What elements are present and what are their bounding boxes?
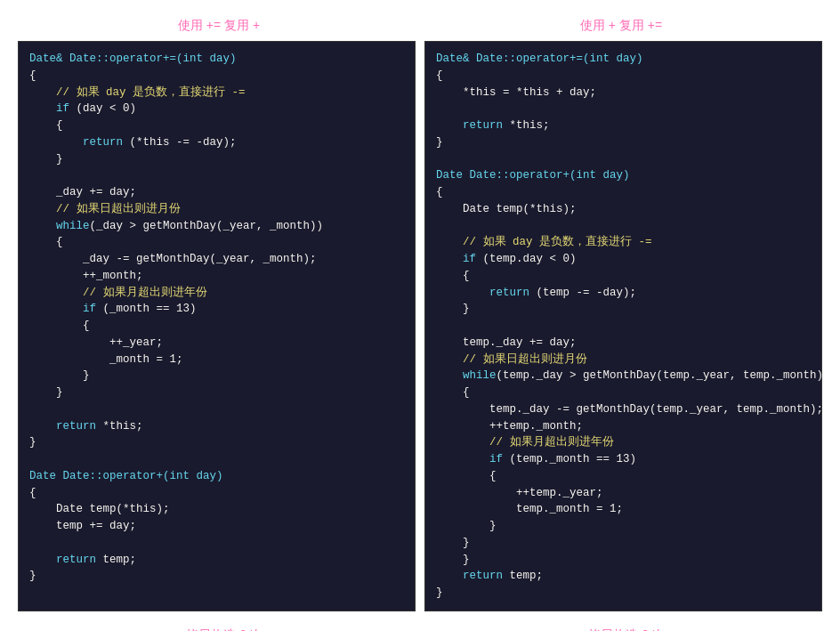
left-line-29: temp += day;: [29, 518, 404, 535]
right-line-6: }: [436, 134, 811, 151]
right-line-15: return (temp -= -day);: [436, 285, 811, 302]
left-line-19: _month = 1;: [29, 352, 404, 368]
right-line-5: return *this;: [436, 117, 811, 134]
right-line-25: if (temp._month == 13): [436, 451, 811, 468]
left-line-23: return *this;: [29, 418, 404, 435]
left-line-31: return temp;: [29, 552, 404, 569]
right-line-11: [436, 218, 811, 235]
right-line-33: }: [436, 585, 811, 602]
left-line-32: }: [29, 568, 404, 585]
right-code-panel: Date& Date::operator+=(int day) { *this …: [424, 41, 822, 611]
right-line-28: temp._month = 1;: [436, 501, 811, 518]
top-labels: 使用 += 复用 + 使用 + 复用 +=: [18, 18, 822, 34]
right-line-29: }: [436, 518, 811, 535]
left-line-1: Date& Date::operator+=(int day): [29, 51, 404, 68]
bottom-right-line1: + 拷贝构造 2 次: [420, 624, 822, 631]
right-line-24: // 如果月超出则进年份: [436, 434, 811, 451]
left-line-21: }: [29, 384, 404, 401]
left-line-15: // 如果月超出则进年份: [29, 285, 404, 302]
bottom-labels: + 拷贝构造 2 次 += 拷贝构造 0 次 + 拷贝构造 2 次 += 拷贝构…: [18, 624, 822, 631]
right-line-2: {: [436, 68, 811, 85]
left-line-6: return (*this -= -day);: [29, 134, 404, 151]
code-panels: Date& Date::operator+=(int day) { // 如果 …: [18, 41, 822, 611]
right-line-14: {: [436, 268, 811, 285]
right-line-32: return temp;: [436, 568, 811, 585]
right-line-18: temp._day += day;: [436, 335, 811, 352]
right-line-7: [436, 151, 811, 168]
right-title-container: 使用 + 复用 +=: [420, 18, 822, 34]
left-line-20: }: [29, 368, 404, 384]
left-line-10: // 如果日超出则进月份: [29, 201, 404, 218]
right-line-4: [436, 101, 811, 117]
left-line-18: ++_year;: [29, 335, 404, 352]
left-line-14: ++_month;: [29, 268, 404, 285]
right-line-19: // 如果日超出则进月份: [436, 352, 811, 368]
right-line-21: {: [436, 384, 811, 401]
bottom-left-line1: + 拷贝构造 2 次: [18, 624, 420, 631]
right-line-16: }: [436, 301, 811, 318]
right-line-27: ++temp._year;: [436, 485, 811, 502]
left-line-26: Date Date::operator+(int day): [29, 468, 404, 485]
right-line-12: // 如果 day 是负数，直接进行 -=: [436, 234, 811, 251]
left-code-panel: Date& Date::operator+=(int day) { // 如果 …: [18, 41, 416, 611]
right-line-1: Date& Date::operator+=(int day): [436, 51, 811, 68]
left-line-13: _day -= getMonthDay(_year, _month);: [29, 251, 404, 268]
right-line-26: {: [436, 468, 811, 485]
left-line-11: while(_day > getMonthDay(_year, _month)): [29, 218, 404, 235]
left-title: 使用 += 复用 +: [178, 18, 260, 32]
right-line-30: }: [436, 535, 811, 552]
right-line-31: }: [436, 552, 811, 569]
left-line-7: }: [29, 151, 404, 168]
left-line-30: [29, 535, 404, 552]
left-line-12: {: [29, 234, 404, 251]
left-line-25: [29, 451, 404, 468]
left-line-27: {: [29, 485, 404, 502]
left-line-4: if (day < 0): [29, 101, 404, 117]
left-line-9: _day += day;: [29, 184, 404, 201]
left-line-24: }: [29, 434, 404, 451]
right-line-20: while(temp._day > getMonthDay(temp._year…: [436, 368, 811, 384]
right-line-22: temp._day -= getMonthDay(temp._year, tem…: [436, 401, 811, 418]
left-line-5: {: [29, 117, 404, 134]
bottom-right-container: + 拷贝构造 2 次 += 拷贝构造 2 次（调用+有2次）+ 1（赋值本身是一…: [420, 624, 822, 631]
left-line-17: {: [29, 318, 404, 335]
right-line-3: *this = *this + day;: [436, 85, 811, 101]
left-line-22: [29, 401, 404, 418]
left-line-28: Date temp(*this);: [29, 501, 404, 518]
left-line-2: {: [29, 68, 404, 85]
right-line-9: {: [436, 184, 811, 201]
main-container: 使用 += 复用 + 使用 + 复用 += Date& Date::operat…: [18, 18, 822, 631]
left-line-16: if (_month == 13): [29, 301, 404, 318]
right-line-23: ++temp._month;: [436, 418, 811, 435]
right-line-8: Date Date::operator+(int day): [436, 167, 811, 184]
bottom-left-container: + 拷贝构造 2 次 += 拷贝构造 0 次: [18, 624, 420, 631]
left-line-3: // 如果 day 是负数，直接进行 -=: [29, 85, 404, 101]
left-line-8: [29, 167, 404, 184]
right-line-17: [436, 318, 811, 335]
left-title-container: 使用 += 复用 +: [18, 18, 420, 34]
right-title: 使用 + 复用 +=: [580, 18, 662, 32]
right-line-10: Date temp(*this);: [436, 201, 811, 218]
right-line-13: if (temp.day < 0): [436, 251, 811, 268]
